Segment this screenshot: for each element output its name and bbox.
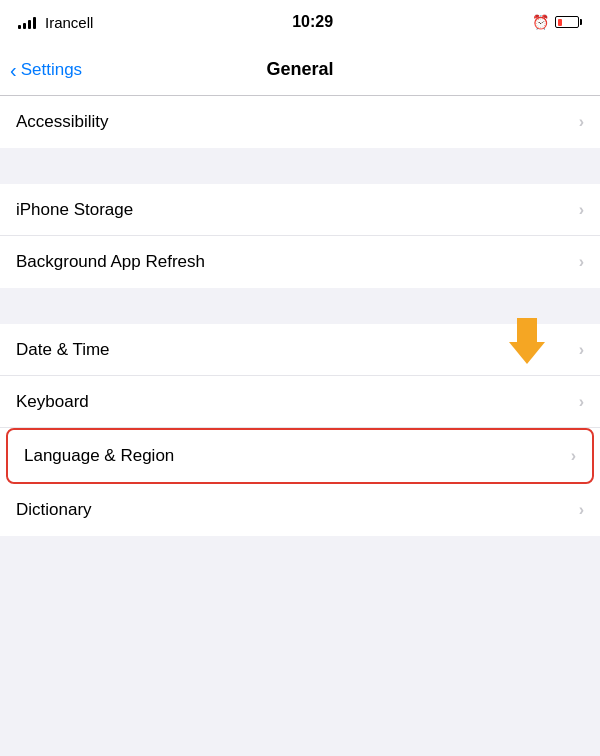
iphone-storage-row[interactable]: iPhone Storage › xyxy=(0,184,600,236)
language-region-label: Language & Region xyxy=(24,446,174,466)
battery-tip xyxy=(580,19,582,25)
date-time-label: Date & Time xyxy=(16,340,110,360)
annotation-arrow xyxy=(509,318,545,364)
status-bar: Irancell 10:29 ⏰ xyxy=(0,0,600,44)
signal-bars xyxy=(18,15,36,29)
chevron-left-icon: ‹ xyxy=(10,60,17,80)
accessibility-row[interactable]: Accessibility › xyxy=(0,96,600,148)
battery-fill xyxy=(558,19,562,26)
status-left: Irancell xyxy=(18,14,93,31)
settings-section-2: iPhone Storage › Background App Refresh … xyxy=(0,184,600,288)
settings-section-3: Date & Time › Keyboard › Language & Regi… xyxy=(0,324,600,536)
bg-app-refresh-label: Background App Refresh xyxy=(16,252,205,272)
status-time: 10:29 xyxy=(292,13,333,31)
dictionary-row[interactable]: Dictionary › xyxy=(0,484,600,536)
status-right: ⏰ xyxy=(532,14,582,30)
chevron-right-icon: › xyxy=(571,447,576,465)
keyboard-label: Keyboard xyxy=(16,392,89,412)
bar2 xyxy=(23,23,26,29)
dictionary-label: Dictionary xyxy=(16,500,92,520)
chevron-right-icon: › xyxy=(579,501,584,519)
alarm-icon: ⏰ xyxy=(532,14,549,30)
bg-app-refresh-row[interactable]: Background App Refresh › xyxy=(0,236,600,288)
chevron-right-icon: › xyxy=(579,341,584,359)
battery-indicator xyxy=(555,16,582,28)
bar1 xyxy=(18,25,21,29)
settings-section-1: Accessibility › xyxy=(0,96,600,148)
arrow-shaft xyxy=(517,318,537,342)
settings-content: Accessibility › iPhone Storage › Backgro… xyxy=(0,96,600,536)
keyboard-row[interactable]: Keyboard › xyxy=(0,376,600,428)
chevron-right-icon: › xyxy=(579,253,584,271)
battery-body xyxy=(555,16,579,28)
carrier-name: Irancell xyxy=(45,14,93,31)
iphone-storage-label: iPhone Storage xyxy=(16,200,133,220)
chevron-right-icon: › xyxy=(579,393,584,411)
bar4 xyxy=(33,17,36,29)
accessibility-label: Accessibility xyxy=(16,112,109,132)
spacer-1 xyxy=(0,148,600,184)
back-label: Settings xyxy=(21,60,82,80)
back-button[interactable]: ‹ Settings xyxy=(10,60,82,80)
chevron-right-icon: › xyxy=(579,201,584,219)
arrow-head xyxy=(509,342,545,364)
chevron-right-icon: › xyxy=(579,113,584,131)
nav-bar: ‹ Settings General xyxy=(0,44,600,96)
page-title: General xyxy=(266,59,333,80)
language-region-row[interactable]: Language & Region › xyxy=(8,430,592,482)
language-region-wrapper: Language & Region › xyxy=(0,428,600,484)
bar3 xyxy=(28,20,31,29)
